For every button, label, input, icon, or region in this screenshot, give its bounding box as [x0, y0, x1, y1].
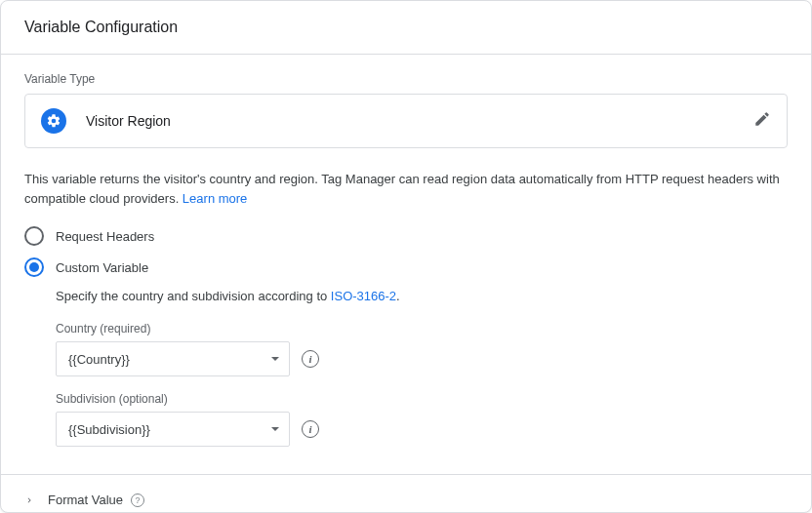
- source-radio-group: Request Headers Custom Variable Specify …: [24, 220, 788, 447]
- radio-label-request-headers: Request Headers: [56, 229, 154, 244]
- description-body: This variable returns the visitor's coun…: [24, 172, 780, 206]
- variable-type-selector[interactable]: Visitor Region: [24, 94, 788, 148]
- card-header: Variable Configuration: [1, 1, 811, 55]
- info-icon[interactable]: i: [302, 420, 319, 438]
- custom-variable-body: Specify the country and subdivision acco…: [56, 287, 788, 447]
- subdivision-field: Subdivision (optional) {{Subdivision}} i: [56, 392, 788, 447]
- custom-variable-description: Specify the country and subdivision acco…: [56, 287, 788, 306]
- country-dropdown-value: {{Country}}: [68, 352, 130, 367]
- radio-dot-icon: [29, 262, 39, 272]
- help-icon[interactable]: ?: [131, 493, 144, 507]
- iso-link[interactable]: ISO-3166-2: [331, 289, 396, 303]
- format-value-expander[interactable]: Format Value ?: [1, 474, 811, 507]
- format-value-label: Format Value: [48, 493, 123, 507]
- variable-type-left: Visitor Region: [41, 108, 171, 134]
- gear-icon: [41, 108, 66, 134]
- info-icon[interactable]: i: [302, 350, 319, 368]
- country-field: Country (required) {{Country}} i: [56, 322, 788, 376]
- chevron-down-icon: [271, 427, 279, 431]
- description-text: This variable returns the visitor's coun…: [24, 170, 788, 209]
- custom-desc-prefix: Specify the country and subdivision acco…: [56, 289, 331, 303]
- country-field-label: Country (required): [56, 322, 788, 335]
- country-dropdown[interactable]: {{Country}}: [56, 341, 290, 376]
- chevron-right-icon: [24, 495, 34, 505]
- radio-icon: [24, 257, 44, 277]
- subdivision-field-row: {{Subdivision}} i: [56, 412, 788, 447]
- radio-custom-variable[interactable]: Custom Variable: [24, 252, 788, 283]
- variable-type-label: Variable Type: [24, 72, 788, 86]
- radio-icon: [24, 226, 44, 246]
- pencil-icon[interactable]: [753, 110, 771, 132]
- radio-label-custom-variable: Custom Variable: [56, 260, 148, 275]
- learn-more-link[interactable]: Learn more: [183, 191, 247, 206]
- custom-desc-suffix: .: [396, 289, 400, 303]
- subdivision-dropdown-value: {{Subdivision}}: [68, 422, 150, 437]
- card-title: Variable Configuration: [24, 19, 788, 36]
- subdivision-dropdown[interactable]: {{Subdivision}}: [56, 412, 290, 447]
- radio-request-headers[interactable]: Request Headers: [24, 220, 788, 252]
- variable-configuration-card: Variable Configuration Variable Type Vis…: [0, 0, 812, 513]
- subdivision-field-label: Subdivision (optional): [56, 392, 788, 406]
- country-field-row: {{Country}} i: [56, 341, 788, 376]
- chevron-down-icon: [271, 357, 279, 361]
- main-section: Variable Type Visitor Region This variab…: [1, 55, 811, 447]
- variable-type-name: Visitor Region: [86, 113, 171, 129]
